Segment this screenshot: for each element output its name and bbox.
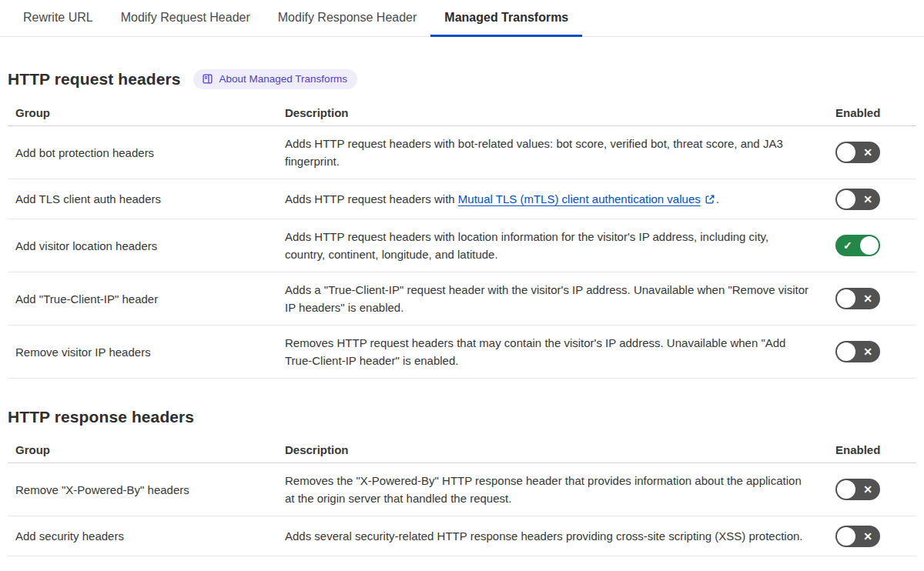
- description-cell: Adds HTTP request headers with bot-relat…: [277, 126, 828, 179]
- tab-managed-transforms[interactable]: Managed Transforms: [430, 0, 582, 37]
- group-cell: Add security headers: [8, 523, 277, 549]
- about-managed-transforms-link[interactable]: About Managed Transforms: [193, 69, 358, 89]
- enabled-toggle[interactable]: ✕: [835, 341, 880, 362]
- external-link-icon: [705, 194, 715, 205]
- table-row: Add visitor location headers Adds HTTP r…: [8, 219, 916, 272]
- toggle-state-icon: ✕: [863, 530, 872, 541]
- table-row: Add bot protection headers Adds HTTP req…: [8, 126, 916, 179]
- toggle-state-icon: ✕: [863, 484, 872, 495]
- tab-bar: Rewrite URL Modify Request Header Modify…: [0, 0, 924, 37]
- tab-rewrite-url[interactable]: Rewrite URL: [9, 0, 107, 37]
- group-cell: Remove "X-Powered-By" headers: [8, 477, 277, 503]
- description-cell: Adds HTTP request headers with Mutual TL…: [277, 182, 828, 216]
- description-link[interactable]: Mutual TLS (mTLS) client authentication …: [458, 192, 701, 205]
- description-cell: Adds a "True-Client-IP" request header w…: [277, 272, 828, 325]
- tab-modify-response-header[interactable]: Modify Response Header: [264, 0, 431, 37]
- toggle-knob: [837, 480, 855, 499]
- toggle-knob: [837, 527, 855, 546]
- toggle-knob: [837, 289, 855, 308]
- description-cell: Removes HTTP request headers that may co…: [277, 326, 828, 378]
- description-cell: Adds several security-related HTTP respo…: [277, 519, 828, 553]
- toggle-state-icon: ✕: [863, 147, 872, 158]
- request-headers-section-head: HTTP request headers About Managed Trans…: [8, 69, 916, 89]
- toggle-state-icon: ✕: [863, 293, 872, 304]
- toggle-state-icon: ✓: [843, 240, 852, 251]
- column-header-enabled: Enabled: [828, 440, 916, 462]
- request-headers-table-head: Group Description Enabled: [8, 103, 916, 126]
- column-header-description: Description: [277, 103, 828, 125]
- group-cell: Remove visitor IP headers: [8, 339, 277, 365]
- table-row: Add "True-Client-IP" header Adds a "True…: [8, 272, 916, 326]
- response-headers-section-head: HTTP response headers: [8, 408, 916, 426]
- group-cell: Add visitor location headers: [8, 233, 277, 259]
- table-row: Remove "X-Powered-By" headers Removes th…: [8, 463, 916, 516]
- column-header-group: Group: [8, 440, 277, 462]
- group-cell: Add bot protection headers: [8, 140, 277, 165]
- enabled-toggle[interactable]: ✓: [835, 235, 880, 256]
- response-headers-table-head: Group Description Enabled: [8, 440, 916, 463]
- table-row: Remove visitor IP headers Removes HTTP r…: [8, 326, 916, 379]
- table-row: Add TLS client auth headers Adds HTTP re…: [8, 179, 916, 219]
- page-title-response-headers: HTTP response headers: [8, 408, 194, 426]
- badge-label: About Managed Transforms: [219, 73, 348, 85]
- enabled-toggle[interactable]: ✕: [835, 288, 880, 309]
- group-cell: Add "True-Client-IP" header: [8, 286, 277, 312]
- enabled-toggle[interactable]: ✕: [835, 189, 880, 210]
- page-title-request-headers: HTTP request headers: [8, 70, 181, 88]
- toggle-knob: [837, 342, 855, 361]
- description-cell: Removes the "X-Powered-By" HTTP response…: [277, 463, 828, 516]
- table-row: Add security headers Adds several securi…: [8, 516, 916, 556]
- group-cell: Add TLS client auth headers: [8, 186, 277, 212]
- tab-modify-request-header[interactable]: Modify Request Header: [107, 0, 264, 37]
- response-headers-table-body: Remove "X-Powered-By" headers Removes th…: [8, 463, 916, 556]
- toggle-state-icon: ✕: [863, 193, 872, 204]
- book-icon: [202, 73, 213, 85]
- request-headers-table-body: Add bot protection headers Adds HTTP req…: [8, 126, 916, 379]
- enabled-toggle[interactable]: ✕: [835, 142, 880, 163]
- enabled-toggle[interactable]: ✕: [835, 479, 880, 500]
- toggle-state-icon: ✕: [863, 346, 872, 357]
- toggle-knob: [860, 236, 879, 255]
- column-header-description: Description: [277, 440, 828, 462]
- toggle-knob: [837, 190, 855, 209]
- toggle-knob: [837, 143, 855, 162]
- column-header-enabled: Enabled: [828, 103, 916, 125]
- enabled-toggle[interactable]: ✕: [835, 526, 880, 547]
- column-header-group: Group: [8, 103, 277, 125]
- description-cell: Adds HTTP request headers with location …: [277, 219, 828, 272]
